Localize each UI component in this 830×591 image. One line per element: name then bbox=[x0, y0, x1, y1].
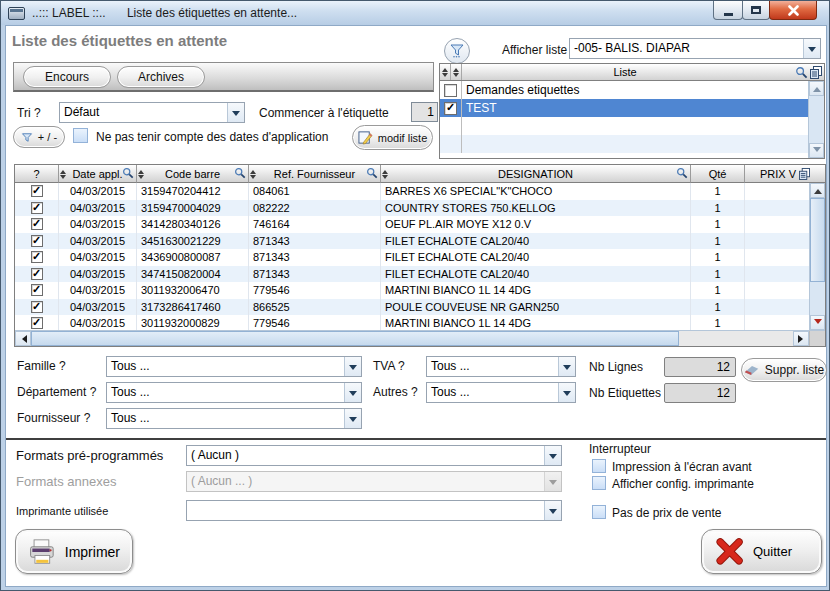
list-item[interactable]: Demandes etiquettes bbox=[440, 81, 808, 99]
fournisseur-select[interactable]: Tous ... bbox=[106, 408, 362, 429]
table-vertical-scrollbar[interactable] bbox=[809, 183, 825, 330]
autres-dropdown-button[interactable] bbox=[558, 383, 575, 402]
formats-preprogrammes-select[interactable]: ( Aucun ) bbox=[186, 445, 562, 466]
column-header-qty[interactable]: Qté bbox=[691, 165, 745, 183]
minimize-button[interactable] bbox=[713, 1, 743, 20]
tri-select[interactable]: Défaut bbox=[59, 102, 245, 123]
departement-select[interactable]: Tous ... bbox=[106, 382, 362, 403]
suppr-liste-button[interactable]: Suppr. liste bbox=[741, 358, 827, 382]
row-checkbox[interactable] bbox=[31, 218, 43, 230]
liste-column-header[interactable]: Liste bbox=[462, 66, 788, 78]
magnifier-icon[interactable] bbox=[366, 167, 378, 179]
list-item-empty bbox=[440, 117, 808, 135]
autres-select[interactable]: Tous ... bbox=[426, 382, 576, 403]
tri-value: Défaut bbox=[60, 103, 227, 122]
magnifier-icon[interactable] bbox=[122, 167, 134, 179]
scroll-left-button[interactable] bbox=[15, 331, 31, 346]
filter-list-button[interactable] bbox=[444, 38, 470, 64]
cell-qty: 1 bbox=[691, 299, 745, 316]
column-header-price[interactable]: PRIX V bbox=[745, 165, 825, 183]
tab-archives[interactable]: Archives bbox=[117, 66, 205, 88]
famille-label: Famille ? bbox=[17, 359, 66, 373]
row-checkbox[interactable] bbox=[31, 202, 43, 214]
imprimante-select[interactable] bbox=[186, 500, 562, 521]
imprimante-label: Imprimante utilisée bbox=[16, 505, 108, 517]
impression-ecran-checkbox[interactable] bbox=[592, 459, 606, 473]
departement-dropdown-button[interactable] bbox=[344, 383, 361, 402]
column-header-date[interactable]: Date appl. bbox=[59, 165, 137, 183]
famille-dropdown-button[interactable] bbox=[344, 357, 361, 376]
column-header-barcode[interactable]: Code barre bbox=[137, 165, 249, 183]
column-header-check[interactable]: ? bbox=[15, 165, 59, 183]
column-header-designation[interactable]: DESIGNATION bbox=[381, 165, 691, 183]
scrollbar-thumb[interactable] bbox=[31, 331, 679, 346]
table-row[interactable]: 04/03/2015 3159470204412 084061 BARRES X… bbox=[15, 183, 809, 200]
afficher-liste-dropdown-button[interactable] bbox=[803, 39, 820, 58]
pages-icon[interactable] bbox=[799, 168, 810, 180]
row-checkbox[interactable] bbox=[31, 251, 43, 263]
row-checkbox[interactable] bbox=[31, 185, 43, 197]
afficher-liste-select[interactable]: -005- BALIS. DIAPAR bbox=[569, 38, 821, 59]
row-checkbox[interactable] bbox=[31, 284, 43, 296]
pages-icon[interactable] bbox=[810, 66, 822, 79]
liste-scrollbar[interactable] bbox=[808, 81, 824, 158]
plus-minus-filter-button[interactable]: + / - bbox=[13, 126, 65, 148]
row-checkbox[interactable] bbox=[31, 235, 43, 247]
modif-liste-button[interactable]: modif liste bbox=[352, 125, 433, 150]
fournisseur-dropdown-button[interactable] bbox=[344, 409, 361, 428]
titlebar[interactable]: ..::: LABEL ::.. Liste des étiquettes en… bbox=[1, 1, 829, 25]
maximize-button[interactable] bbox=[742, 1, 770, 20]
scroll-down-button[interactable] bbox=[810, 315, 825, 330]
start-value-field[interactable]: 1 bbox=[411, 102, 438, 122]
formats-preprogrammes-dropdown-button[interactable] bbox=[544, 446, 561, 465]
ignore-dates-checkbox[interactable] bbox=[73, 128, 88, 143]
list-item-checkbox[interactable] bbox=[444, 84, 457, 97]
cell-date: 04/03/2015 bbox=[59, 315, 137, 330]
row-checkbox[interactable] bbox=[31, 268, 43, 280]
liste-panel-header[interactable]: Liste bbox=[440, 64, 824, 81]
column-header-ref[interactable]: Ref. Fournisseur bbox=[249, 165, 381, 183]
scroll-right-button[interactable] bbox=[793, 331, 809, 346]
table-row[interactable]: 04/03/2015 3173286417460 866525 POULE CO… bbox=[15, 299, 809, 316]
table-row[interactable]: 04/03/2015 3474150820004 871343 FILET EC… bbox=[15, 266, 809, 283]
scroll-up-button[interactable] bbox=[810, 183, 825, 198]
row-checkbox[interactable] bbox=[31, 317, 43, 329]
sort-arrows-icon[interactable] bbox=[440, 64, 451, 80]
scroll-down-button[interactable] bbox=[809, 143, 824, 158]
scrollbar-thumb[interactable] bbox=[810, 198, 825, 282]
list-item-checkbox[interactable] bbox=[444, 102, 457, 115]
cell-designation: COUNTRY STORES 750.KELLOG bbox=[381, 200, 691, 217]
table-row[interactable]: 04/03/2015 3011932006470 779546 MARTINI … bbox=[15, 282, 809, 299]
quitter-button[interactable]: Quitter bbox=[701, 529, 822, 574]
liste-items: Demandes etiquettes TEST bbox=[440, 81, 808, 158]
list-item-label[interactable]: Demandes etiquettes bbox=[462, 81, 808, 99]
imprimer-button[interactable]: Imprimer bbox=[15, 529, 133, 574]
table-horizontal-scrollbar[interactable] bbox=[15, 330, 825, 346]
magnifier-icon[interactable] bbox=[795, 66, 808, 79]
cell-designation: FILET ECHALOTE CAL20/40 bbox=[381, 233, 691, 250]
scroll-up-button[interactable] bbox=[809, 81, 824, 96]
imprimante-dropdown-button[interactable] bbox=[544, 501, 561, 520]
magnifier-icon[interactable] bbox=[234, 167, 246, 179]
title-app: ..::: LABEL ::.. bbox=[32, 6, 106, 20]
table-row[interactable]: 04/03/2015 3159470004029 082222 COUNTRY … bbox=[15, 200, 809, 217]
scrollbar-track[interactable] bbox=[679, 331, 793, 346]
list-item-label[interactable]: TEST bbox=[462, 99, 808, 117]
famille-select[interactable]: Tous ... bbox=[106, 356, 362, 377]
table-row[interactable]: 04/03/2015 3451630021229 871343 FILET EC… bbox=[15, 233, 809, 250]
afficher-config-checkbox[interactable] bbox=[592, 476, 606, 490]
tri-dropdown-button[interactable] bbox=[227, 103, 244, 122]
table-row[interactable]: 04/03/2015 3436900800087 871343 FILET EC… bbox=[15, 249, 809, 266]
list-item[interactable]: TEST bbox=[440, 99, 808, 117]
magnifier-icon[interactable] bbox=[676, 167, 688, 179]
pas-de-prix-checkbox[interactable] bbox=[592, 505, 606, 519]
sort-arrows-icon[interactable] bbox=[451, 64, 462, 80]
tab-encours[interactable]: Encours bbox=[23, 66, 111, 88]
tva-dropdown-button[interactable] bbox=[558, 357, 575, 376]
cell-date: 04/03/2015 bbox=[59, 249, 137, 266]
row-checkbox[interactable] bbox=[31, 301, 43, 313]
close-button[interactable] bbox=[769, 1, 817, 20]
tva-select[interactable]: Tous ... bbox=[426, 356, 576, 377]
table-row[interactable]: 04/03/2015 3011932000829 779546 MARTINI … bbox=[15, 315, 809, 330]
table-row[interactable]: 04/03/2015 3414280340126 746164 OEUF PL.… bbox=[15, 216, 809, 233]
